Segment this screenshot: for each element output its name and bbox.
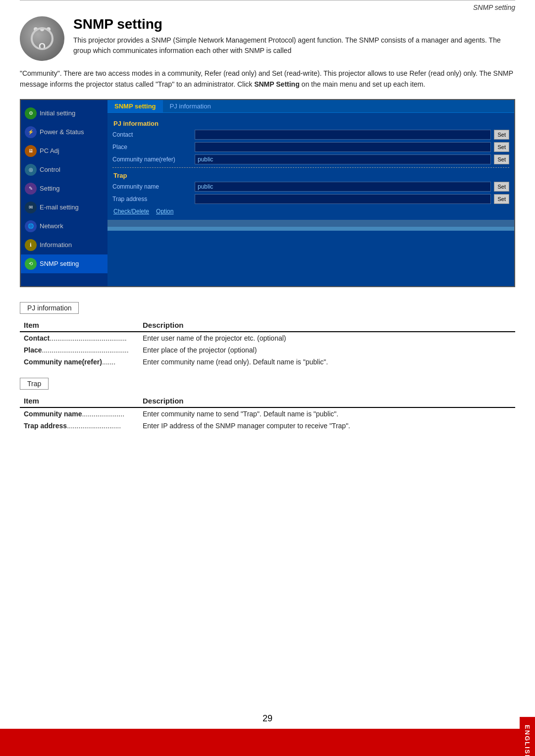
network-icon: 🌐 — [25, 220, 37, 232]
trap-info-section: Trap Item Description Community name....… — [20, 378, 515, 432]
label-place: Place — [112, 144, 192, 151]
sidebar-label-snmp: SNMP setting — [40, 260, 79, 267]
sidebar-label-power: Power & Status — [40, 128, 84, 136]
intro-bold: SNMP Setting — [254, 80, 300, 88]
link-row: Check/Delete Option — [112, 208, 509, 215]
label-contact: Contact — [112, 131, 192, 138]
pj-info-section: PJ information Item Description Contact.… — [20, 302, 515, 368]
trap-section-label: Trap — [112, 172, 509, 179]
desc-contact: Enter user name of the projector etc. (o… — [139, 332, 515, 344]
sidebar-label-setting: Setting — [40, 185, 59, 192]
page-number: 29 — [263, 713, 272, 724]
sidebar-item-initial-setting[interactable]: ⚙ Initial setting — [21, 104, 107, 123]
key-community-refer: Community name(refer)....... — [20, 356, 139, 368]
link-option[interactable]: Option — [156, 208, 173, 215]
information-icon: ℹ — [25, 239, 37, 251]
dot3 — [47, 27, 51, 31]
key-contact: Contact.................................… — [20, 332, 139, 344]
col-desc: Description — [139, 319, 515, 332]
trap-col-item: Item — [20, 395, 139, 407]
key-trap-community: Community name...................... — [20, 407, 139, 420]
initial-setting-icon: ⚙ — [25, 107, 37, 119]
link-check-delete[interactable]: Check/Delete — [113, 208, 149, 215]
input-contact[interactable] — [195, 130, 491, 140]
form-row-contact: Contact Set — [112, 130, 509, 140]
tab-pj-info[interactable]: PJ information — [163, 100, 218, 112]
key-place: Place...................................… — [20, 344, 139, 356]
desc-community-refer: Enter community name (read only). Defaul… — [139, 356, 515, 368]
sidebar-item-power-status[interactable]: ⚡ Power & Status — [21, 123, 107, 142]
pj-info-table: Item Description Contact................… — [20, 319, 515, 368]
input-community-refer[interactable] — [195, 154, 491, 164]
input-trap-address[interactable] — [195, 194, 491, 204]
desc-trap-address: Enter IP address of the SNMP manager com… — [139, 420, 515, 432]
panel-footer1 — [107, 220, 514, 227]
form-row-trap-community: Community name Set — [112, 182, 509, 192]
sidebar-label-email: E-mail setting — [40, 203, 79, 211]
content-tabs: SNMP setting PJ information — [107, 100, 514, 113]
content-area: SNMP setting PJ information PJ informati… — [107, 100, 514, 286]
intro-line3: on the main menu and set up each item. — [300, 80, 426, 88]
sidebar: ⚙ Initial setting ⚡ Power & Status 🖥 PC … — [21, 100, 107, 286]
table-row: Trap address............................… — [20, 420, 515, 432]
header-title: SNMP setting — [20, 3, 515, 11]
input-place[interactable] — [195, 142, 491, 152]
panel-footer2 — [107, 227, 514, 231]
icon-dots — [34, 27, 51, 31]
sidebar-item-snmp[interactable]: ⟲ SNMP setting — [21, 254, 107, 273]
label-trap-community: Community name — [112, 183, 192, 190]
sidebar-item-email[interactable]: ✉ E-mail setting — [21, 198, 107, 217]
desc-place: Enter place of the projector (optional) — [139, 344, 515, 356]
sidebar-label-info: Information — [40, 241, 72, 249]
content-inner: PJ information Contact Set Place Set Com… — [107, 113, 514, 218]
pc-adj-icon: 🖥 — [25, 145, 37, 157]
trap-info-box: Trap — [20, 378, 49, 390]
form-row-community-refer: Community name(refer) Set — [112, 154, 509, 164]
sidebar-item-pc-adj[interactable]: 🖥 PC Adj — [21, 142, 107, 160]
snmp-icon: O — [20, 16, 64, 61]
header-line — [20, 0, 515, 3]
sidebar-item-setting[interactable]: ✎ Setting — [21, 179, 107, 198]
table-row: Contact.................................… — [20, 332, 515, 344]
bottom-section: ENGLISH — [0, 729, 535, 756]
label-trap-address: Trap address — [112, 196, 192, 202]
set-button-trap-community[interactable]: Set — [494, 182, 509, 192]
sidebar-item-network[interactable]: 🌐 Network — [21, 217, 107, 236]
power-status-icon: ⚡ — [25, 126, 37, 138]
intro-line1: This projector provides a SNMP (Simple N… — [73, 36, 501, 54]
dot2 — [40, 27, 44, 31]
control-icon: ◎ — [25, 164, 37, 176]
tab-snmp-setting[interactable]: SNMP setting — [107, 100, 163, 112]
setting-icon: ✎ — [25, 183, 37, 195]
label-community-refer: Community name(refer) — [112, 156, 192, 163]
title-row: O SNMP setting This projector provides a… — [20, 16, 515, 61]
set-button-place[interactable]: Set — [494, 142, 509, 152]
page-content: O SNMP setting This projector provides a… — [20, 16, 515, 432]
intro-paragraph: This projector provides a SNMP (Simple N… — [73, 35, 515, 56]
set-button-contact[interactable]: Set — [494, 130, 509, 140]
page-title: SNMP setting — [73, 16, 515, 32]
table-row: Place...................................… — [20, 344, 515, 356]
snmp-menu-icon: ⟲ — [25, 258, 37, 270]
sidebar-item-information[interactable]: ℹ Information — [21, 236, 107, 254]
pj-section-label: PJ information — [112, 120, 509, 127]
table-row: Community name(refer)....... Enter commu… — [20, 356, 515, 368]
icon-o: O — [39, 42, 46, 52]
key-trap-address: Trap address............................ — [20, 420, 139, 432]
pj-info-box: PJ information — [20, 302, 79, 314]
trap-col-desc: Description — [139, 395, 515, 407]
set-button-trap-address[interactable]: Set — [494, 194, 509, 204]
input-trap-community[interactable] — [195, 182, 491, 192]
form-row-place: Place Set — [112, 142, 509, 152]
desc-trap-community: Enter community name to send "Trap". Def… — [139, 407, 515, 420]
title-text-block: SNMP setting This projector provides a S… — [73, 16, 515, 56]
sidebar-item-control[interactable]: ◎ Control — [21, 160, 107, 179]
table-row: Community name...................... Ent… — [20, 407, 515, 420]
sidebar-label-network: Network — [40, 222, 63, 230]
dot1 — [34, 27, 38, 31]
email-icon: ✉ — [25, 202, 37, 213]
set-button-community-refer[interactable]: Set — [494, 154, 509, 164]
sidebar-label-initial: Initial setting — [40, 109, 75, 117]
sidebar-label-pc: PC Adj — [40, 147, 59, 154]
ui-panel: ⚙ Initial setting ⚡ Power & Status 🖥 PC … — [20, 99, 515, 287]
